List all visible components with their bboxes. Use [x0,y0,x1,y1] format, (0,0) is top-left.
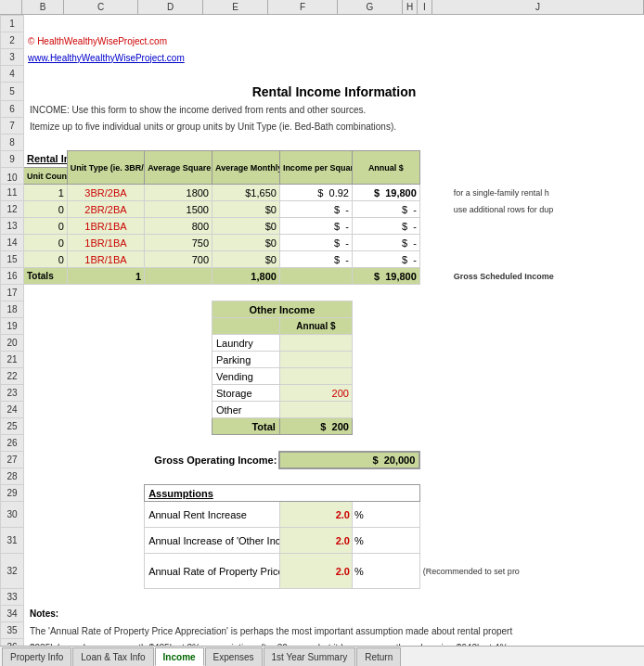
totals-annual: $ 19,800 [352,268,419,285]
totals-sqft: 1,800 [213,268,280,285]
totals-count: 1 [67,268,144,285]
unit-count-4[interactable]: 0 [23,235,67,251]
unit-type-5[interactable]: 1BR/1BA [67,251,144,268]
assumption-label-3: Annual Rate of Property Price Appreciati… [145,554,280,589]
sqft-3[interactable]: 800 [145,218,213,235]
assumption-note-3: (Recommended to set pro [419,554,644,589]
other-income-row-2: 21 Parking [1,352,645,368]
copyright-text: © HealthWealthyWiseProject.com [28,36,167,46]
row-num-19: 19 [1,318,24,335]
col-A [0,0,22,14]
col-C: C [64,0,138,14]
notes-text-1: The 'Annual Rate of Property Price Appre… [23,622,644,639]
assumption-value-3[interactable]: 2.0 [279,554,352,589]
unit-type-4[interactable]: 1BR/1BA [67,235,144,251]
rental-row-5: 15 0 1BR/1BA 700 $0 $ - $ - [1,251,645,268]
notes-text-2: $235k home becomes worth $485k at 3% app… [23,639,644,647]
parking-value[interactable] [279,352,352,368]
row-num-27: 27 [1,452,24,468]
row-num-10: 10 [1,168,24,185]
tab-property-info[interactable]: Property Info [2,647,71,666]
rental-income-section: Rental Income [27,153,67,164]
rent-3[interactable]: $0 [213,218,280,235]
row-num-8: 8 [1,134,24,151]
row-num-35: 35 [1,622,24,639]
row-num-9: 9 [1,151,24,168]
annual-1: $ 19,800 [352,185,419,201]
per-sqft-2: $ - [279,201,352,218]
col-H: H [403,0,418,14]
row-num-32: 32 [1,554,24,589]
row-num-2: 2 [1,32,24,49]
tab-loan-tax[interactable]: Loan & Tax Info [72,647,153,666]
per-sqft-3: $ - [279,218,352,235]
unit-count-3[interactable]: 0 [23,218,67,235]
storage-value[interactable]: 200 [279,385,352,402]
row-num-31: 31 [1,528,24,554]
header-unit-count: Unit Count [23,168,67,185]
notes-label: Notes: [23,606,644,622]
sqft-5[interactable]: 700 [145,251,213,268]
unit-type-3[interactable]: 1BR/1BA [67,218,144,235]
row-num-34: 34 [1,606,24,622]
other-income-row-5: 24 Other [1,402,645,418]
row-num-14: 14 [1,235,24,251]
row-num-20: 20 [1,335,24,352]
storage-label: Storage [213,385,280,402]
tab-1st-year-summary[interactable]: 1st Year Summary [264,647,356,666]
row-num-22: 22 [1,368,24,385]
per-sqft-1: $ 0.92 [279,185,352,201]
other-income-row-4: 23 Storage 200 [1,385,645,402]
annual-5: $ - [352,251,419,268]
annual-3: $ - [352,218,419,235]
row-num-29: 29 [1,485,24,502]
row-num-15: 15 [1,251,24,268]
unit-count-2[interactable]: 0 [23,201,67,218]
unit-type-1[interactable]: 3BR/2BA [67,185,144,201]
unit-count-5[interactable]: 0 [23,251,67,268]
row-num-3: 3 [1,49,24,66]
tab-return[interactable]: Return [356,647,401,666]
rent-4[interactable]: $0 [213,235,280,251]
other-value[interactable] [279,402,352,418]
row-num-5: 5 [1,83,24,101]
unit-type-2[interactable]: 2BR/2BA [67,201,144,218]
annual-4: $ - [352,235,419,251]
sqft-4[interactable]: 750 [145,235,213,251]
assumption-value-1[interactable]: 2.0 [279,502,352,528]
sqft-2[interactable]: 1500 [145,201,213,218]
row-num-25: 25 [1,418,24,435]
row-num-13: 13 [1,218,24,235]
assumptions-section: Assumptions [145,485,420,502]
sqft-1[interactable]: 1800 [145,185,213,201]
desc1: INCOME: Use this form to show the income… [30,105,366,115]
row-num-4: 4 [1,66,24,83]
row-num-18: 18 [1,301,24,318]
tab-expenses[interactable]: Expenses [205,647,263,666]
other-label: Other [213,402,280,418]
assumption-unit-1: % [352,502,419,528]
rent-1[interactable]: $1,650 [213,185,280,201]
unit-count-1[interactable]: 1 [23,185,67,201]
rental-row-4: 14 0 1BR/1BA 750 $0 $ - $ - [1,235,645,251]
assumption-unit-2: % [352,528,419,554]
vending-label: Vending [213,368,280,385]
row-num-17: 17 [1,285,24,301]
annual-2: $ - [352,201,419,218]
totals-row: 16 Totals 1 1,800 $ 19,800 Gross Schedul… [1,268,645,285]
row-num-7: 7 [1,118,24,134]
gross-operating-value: $ 20,000 [279,452,419,468]
rent-5[interactable]: $0 [213,251,280,268]
laundry-value[interactable] [279,335,352,352]
assumption-label-2: Annual Increase of 'Other Income' [145,528,280,554]
assumption-value-2[interactable]: 2.0 [279,528,352,554]
tab-income[interactable]: Income [155,647,204,666]
website-link[interactable]: www.HealthyWealthyWiseProject.com [28,53,185,63]
rent-2[interactable]: $0 [213,201,280,218]
vending-value[interactable] [279,368,352,385]
header-avg-rent: Average Monthly Rent [213,151,280,185]
other-total-value: $ 200 [279,418,352,435]
row-num-1: 1 [1,16,24,32]
col-B: B [22,0,64,14]
col-J: J [432,0,644,14]
